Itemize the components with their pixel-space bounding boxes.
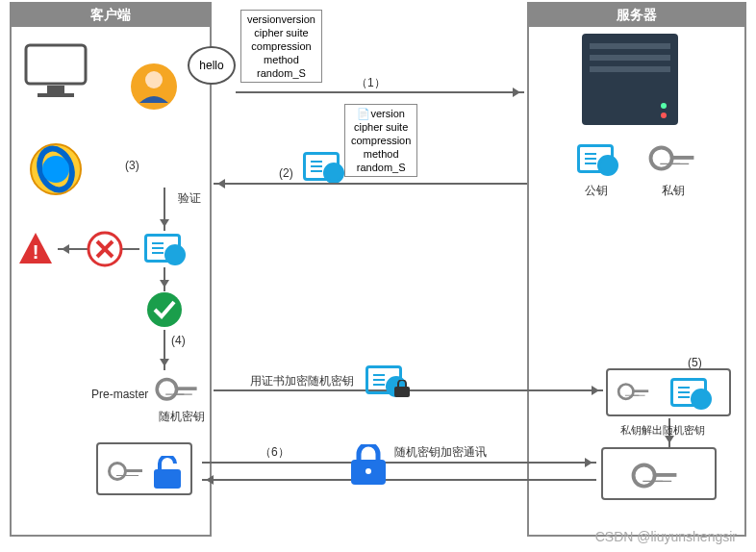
server-rack-icon (582, 34, 678, 125)
step4-label: (4) (171, 334, 186, 347)
encrand-label: 用证书加密随机密钥 (250, 373, 354, 389)
svg-text:!: ! (33, 241, 39, 263)
svg-point-13 (661, 113, 667, 118)
client-session-box (96, 442, 192, 495)
premaster-label: Pre-master (91, 388, 148, 401)
arrow-step4 (164, 330, 165, 370)
server-title: 服务器 (529, 4, 744, 27)
arrow-to-check (164, 267, 165, 291)
arrow-step6-l (202, 479, 596, 481)
note-serverhello: 📄versioncipher suitecompressionmethodran… (344, 104, 417, 177)
server-cert-box (606, 368, 731, 416)
server-cert-icon (303, 152, 340, 184)
server-session-box (601, 447, 717, 500)
svg-rect-0 (26, 45, 86, 84)
privkey-icon (649, 146, 694, 175)
client-title: 客户端 (12, 4, 210, 27)
svg-point-17 (147, 292, 182, 327)
svg-rect-19 (154, 469, 181, 489)
check-icon (146, 291, 183, 328)
warning-icon: ! (17, 231, 54, 267)
enccomm-label: 随机密钥加密通讯 (394, 444, 487, 461)
monitor-icon (24, 43, 88, 101)
arrow-step2 (214, 183, 527, 185)
watermark: CSDN @liuyunshengsir (595, 529, 737, 544)
user-icon (130, 63, 178, 111)
browser-icon (29, 142, 83, 196)
premaster-key-icon (155, 378, 196, 405)
svg-point-12 (661, 103, 667, 109)
arrow-step1 (236, 91, 524, 93)
hello-bubble: hello (188, 46, 236, 85)
verify-label: 验证 (178, 190, 201, 207)
svg-rect-2 (38, 93, 74, 97)
step6-label: （6） (260, 444, 290, 461)
big-lock-icon (351, 444, 386, 485)
svg-rect-1 (47, 86, 64, 93)
open-lock-icon (154, 456, 183, 489)
privkey-label: 私钥 (662, 183, 685, 199)
small-lock-icon (394, 380, 410, 397)
svg-point-21 (365, 468, 371, 474)
svg-rect-9 (590, 43, 670, 49)
svg-rect-10 (590, 55, 670, 61)
step5-label: (5) (688, 356, 702, 369)
note-clienthello: versionversion cipher suitecompressionme… (240, 10, 322, 83)
svg-rect-18 (394, 387, 410, 397)
svg-rect-11 (590, 66, 670, 72)
arrow-step6-r (202, 462, 596, 464)
svg-point-4 (145, 71, 163, 88)
arrow-step3 (164, 188, 165, 231)
step3-label: (3) (125, 159, 139, 172)
pubkey-label: 公钥 (585, 183, 608, 199)
step2-label: (2) (279, 166, 293, 180)
decode-label: 私钥解出随机密钥 (620, 423, 705, 438)
randkey-label: 随机密钥 (159, 409, 205, 425)
client-cert-icon (144, 234, 181, 265)
step1-label: （1） (356, 75, 386, 91)
cross-icon (87, 231, 123, 267)
svg-point-7 (42, 156, 69, 183)
note1-l1: version (247, 13, 281, 26)
pubkey-cert-icon (577, 144, 614, 176)
